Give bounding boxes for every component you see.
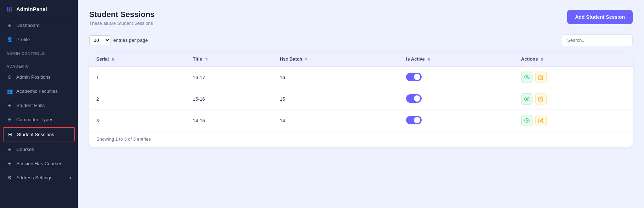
- sidebar-item-label: Profile: [16, 37, 30, 42]
- sidebar-item-label: Student Halls: [16, 103, 45, 108]
- is-active-toggle[interactable]: [406, 73, 422, 81]
- session-has-courses-icon: ⊞: [6, 160, 13, 167]
- sidebar-item-label: Student Sessions: [17, 132, 54, 137]
- sidebar-item-label: Dashboard: [16, 23, 40, 28]
- sidebar: ⊞ AdminPanel ⊞ Dashboard 👤 Profile Admin…: [0, 0, 78, 208]
- cell-actions: [514, 110, 633, 131]
- page-header: Student Sessions These all are Student S…: [89, 10, 633, 26]
- is-active-toggle[interactable]: [406, 94, 422, 103]
- table-card: Serial ⇅ Title ⇅ Hsc Batch ⇅ Is Active ⇅: [89, 52, 633, 147]
- cell-serial: 2: [89, 88, 186, 110]
- entries-per-page-select[interactable]: 10 25 50 100: [89, 35, 110, 45]
- cell-hsc-batch: 14: [273, 110, 399, 131]
- entries-label: entries per page: [113, 38, 148, 43]
- sort-icon-is-active: ⇅: [427, 57, 430, 61]
- academic-label: Academic: [0, 59, 78, 70]
- cell-serial: 1: [89, 67, 186, 88]
- sidebar-item-courses[interactable]: ⊞ Courses: [0, 142, 78, 156]
- student-halls-icon: ⊞: [6, 102, 13, 108]
- table-footer: Showing 1 to 3 of 3 entries: [89, 131, 633, 147]
- table-row: 1 16-17 16: [89, 67, 633, 88]
- student-sessions-icon: ⊞: [7, 131, 13, 137]
- cell-is-active: [399, 110, 514, 131]
- admin-controls-label: Admin Controls: [0, 46, 78, 57]
- courses-icon: ⊞: [6, 146, 13, 152]
- cell-title: 16-17: [186, 67, 273, 88]
- col-title: Title ⇅: [186, 52, 273, 67]
- sidebar-item-student-sessions[interactable]: ⊞ Student Sessions: [3, 127, 75, 141]
- sort-icon-actions: ⇅: [541, 57, 543, 61]
- cell-hsc-batch: 15: [273, 88, 399, 110]
- committee-types-icon: ⊞: [6, 116, 13, 123]
- add-student-session-button[interactable]: Add Student Session: [567, 10, 633, 24]
- dashboard-icon: ⊞: [6, 22, 13, 28]
- page-subtitle: These all are Student Sessions: [89, 21, 155, 26]
- svg-point-2: [526, 120, 528, 121]
- svg-point-0: [526, 77, 528, 78]
- col-actions: Actions ⇅: [514, 52, 633, 67]
- view-button[interactable]: [521, 115, 532, 126]
- sort-icon-title: ⇅: [205, 57, 208, 61]
- cell-is-active: [399, 88, 514, 110]
- main-content: Student Sessions These all are Student S…: [78, 0, 644, 208]
- profile-icon: 👤: [6, 36, 13, 43]
- sort-icon-serial: ⇅: [112, 57, 114, 61]
- table-body: 1 16-17 16: [89, 67, 633, 131]
- edit-button[interactable]: [535, 115, 547, 126]
- search-input[interactable]: [562, 34, 633, 46]
- sidebar-item-session-has-courses[interactable]: ⊞ Session Has Courses: [0, 156, 78, 170]
- col-is-active: Is Active ⇅: [399, 52, 514, 67]
- table-row: 2 15-16 15: [89, 88, 633, 110]
- view-button[interactable]: [521, 93, 532, 105]
- address-settings-icon: ⚙: [6, 174, 13, 181]
- academic-faculties-icon: 👥: [6, 88, 13, 94]
- sidebar-item-profile[interactable]: 👤 Profile: [0, 32, 78, 46]
- sidebar-item-label: Address Settings: [16, 175, 52, 180]
- svg-point-1: [526, 98, 528, 100]
- chevron-down-icon: ▾: [69, 175, 72, 180]
- is-active-toggle[interactable]: [406, 116, 422, 124]
- sidebar-item-dashboard[interactable]: ⊞ Dashboard: [0, 18, 78, 32]
- page-title-wrap: Student Sessions These all are Student S…: [89, 10, 155, 26]
- sidebar-item-label: Committee Types: [16, 117, 53, 122]
- cell-serial: 3: [89, 110, 186, 131]
- page-title: Student Sessions: [89, 10, 155, 19]
- sidebar-item-label: Session Has Courses: [16, 161, 62, 166]
- col-serial: Serial ⇅: [89, 52, 186, 67]
- sidebar-item-label: Admin Positions: [16, 74, 51, 80]
- entries-per-page-wrap: 10 25 50 100 entries per page: [89, 35, 148, 45]
- table-controls: 10 25 50 100 entries per page: [89, 34, 633, 46]
- table-header: Serial ⇅ Title ⇅ Hsc Batch ⇅ Is Active ⇅: [89, 52, 633, 67]
- sidebar-item-label: Courses: [16, 147, 34, 152]
- brand-name: AdminPanel: [16, 6, 47, 12]
- cell-hsc-batch: 16: [273, 67, 399, 88]
- edit-button[interactable]: [535, 72, 547, 83]
- logo-icon: ⊞: [6, 6, 13, 12]
- sidebar-item-admin-positions[interactable]: ⊙ Admin Positions: [0, 70, 78, 84]
- sidebar-logo: ⊞ AdminPanel: [0, 0, 78, 18]
- table-row: 3 14-15 14: [89, 110, 633, 131]
- sidebar-item-academic-faculties[interactable]: 👥 Academic Faculties: [0, 84, 78, 98]
- col-hsc-batch: Hsc Batch ⇅: [273, 52, 399, 67]
- admin-positions-icon: ⊙: [6, 74, 13, 80]
- cell-is-active: [399, 67, 514, 88]
- student-sessions-table: Serial ⇅ Title ⇅ Hsc Batch ⇅ Is Active ⇅: [89, 52, 633, 131]
- sidebar-item-committee-types[interactable]: ⊞ Committee Types: [0, 112, 78, 127]
- sidebar-item-label: Academic Faculties: [16, 89, 58, 94]
- view-button[interactable]: [521, 72, 532, 83]
- cell-title: 15-16: [186, 88, 273, 110]
- cell-title: 14-15: [186, 110, 273, 131]
- sort-icon-hsc-batch: ⇅: [305, 57, 308, 61]
- edit-button[interactable]: [535, 93, 547, 105]
- sidebar-item-student-halls[interactable]: ⊞ Student Halls: [0, 98, 78, 112]
- cell-actions: [514, 88, 633, 110]
- sidebar-item-address-settings[interactable]: ⚙ Address Settings ▾: [0, 170, 78, 185]
- cell-actions: [514, 67, 633, 88]
